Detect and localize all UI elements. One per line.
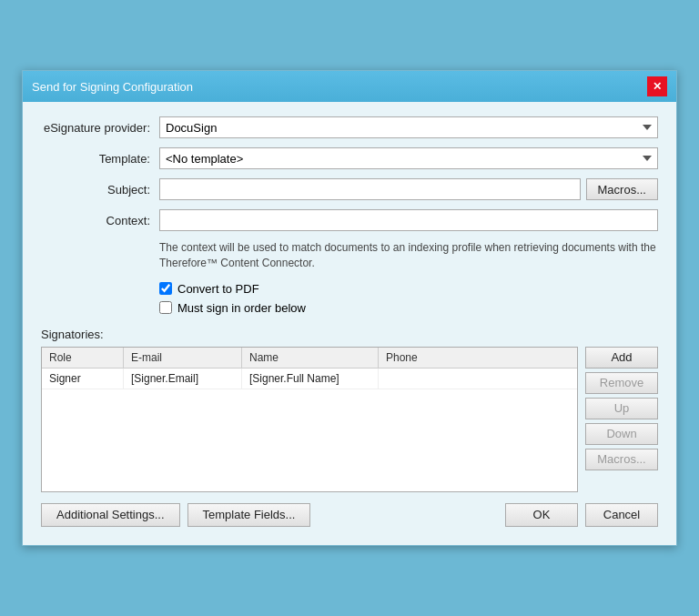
dialog-body: eSignature provider: DocuSign Template: … xyxy=(23,102,676,545)
col-email: E-mail xyxy=(124,348,242,368)
template-fields-button[interactable]: Template Fields... xyxy=(187,503,311,527)
table-row[interactable]: Signer [Signer.Email] [Signer.Full Name] xyxy=(42,369,577,389)
table-header: Role E-mail Name Phone xyxy=(42,348,577,369)
template-label: Template: xyxy=(41,152,159,166)
macros-subject-button[interactable]: Macros... xyxy=(586,178,658,200)
esignature-row: eSignature provider: DocuSign xyxy=(41,116,658,138)
esignature-select[interactable]: DocuSign xyxy=(159,116,658,138)
must-sign-order-row: Must sign in order below xyxy=(159,301,658,315)
bottom-right-buttons: OK Cancel xyxy=(505,503,658,527)
ok-button[interactable]: OK xyxy=(505,503,578,527)
cell-email: [Signer.Email] xyxy=(124,369,242,389)
signatories-table: Role E-mail Name Phone Signer [Signer.Em… xyxy=(41,347,578,492)
convert-pdf-label: Convert to PDF xyxy=(177,282,259,296)
title-bar: Send for Signing Configuration ✕ xyxy=(23,71,676,102)
signatories-label: Signatories: xyxy=(41,328,658,341)
side-buttons: Add Remove Up Down Macros... xyxy=(585,347,658,492)
info-text: The context will be used to match docume… xyxy=(159,240,658,271)
signatories-section: Signatories: Role E-mail Name Phone Sign… xyxy=(41,328,658,492)
cell-role: Signer xyxy=(42,369,124,389)
template-control: <No template> xyxy=(159,147,658,169)
checkboxes-section: Convert to PDF Must sign in order below xyxy=(159,282,658,315)
col-role: Role xyxy=(42,348,124,368)
context-label: Context: xyxy=(41,214,159,227)
context-input[interactable]: Tenancy Contracts xyxy=(159,209,658,231)
dialog-title: Send for Signing Configuration xyxy=(32,80,193,94)
down-button[interactable]: Down xyxy=(585,423,658,445)
col-name: Name xyxy=(242,348,379,368)
context-control: Tenancy Contracts xyxy=(159,209,658,231)
col-phone: Phone xyxy=(379,348,577,368)
additional-settings-button[interactable]: Additional Settings... xyxy=(41,503,180,527)
add-button[interactable]: Add xyxy=(585,347,658,369)
remove-button[interactable]: Remove xyxy=(585,372,658,394)
bottom-buttons-row: Additional Settings... Template Fields..… xyxy=(41,503,658,530)
cell-phone xyxy=(379,369,577,389)
must-sign-order-label: Must sign in order below xyxy=(177,301,306,315)
macros-signatories-button[interactable]: Macros... xyxy=(585,449,658,470)
dialog-window: Send for Signing Configuration ✕ eSignat… xyxy=(22,70,677,546)
cancel-button[interactable]: Cancel xyxy=(585,503,658,527)
convert-pdf-row: Convert to PDF xyxy=(159,282,658,296)
cell-name: [Signer.Full Name] xyxy=(242,369,379,389)
subject-label: Subject: xyxy=(41,183,159,197)
subject-row: Subject: [Contract No.] Macros... xyxy=(41,178,658,200)
template-row: Template: <No template> xyxy=(41,147,658,169)
esignature-control: DocuSign xyxy=(159,116,658,138)
subject-input-group: [Contract No.] Macros... xyxy=(159,178,658,200)
template-select[interactable]: <No template> xyxy=(159,147,658,169)
up-button[interactable]: Up xyxy=(585,398,658,419)
bottom-left-buttons: Additional Settings... Template Fields..… xyxy=(41,503,310,527)
signatories-area: Role E-mail Name Phone Signer [Signer.Em… xyxy=(41,347,658,492)
must-sign-order-checkbox[interactable] xyxy=(159,301,172,314)
context-row: Context: Tenancy Contracts xyxy=(41,209,658,231)
close-button[interactable]: ✕ xyxy=(647,76,667,96)
subject-input[interactable]: [Contract No.] xyxy=(159,178,581,200)
esignature-label: eSignature provider: xyxy=(41,121,159,135)
convert-pdf-checkbox[interactable] xyxy=(159,282,172,295)
